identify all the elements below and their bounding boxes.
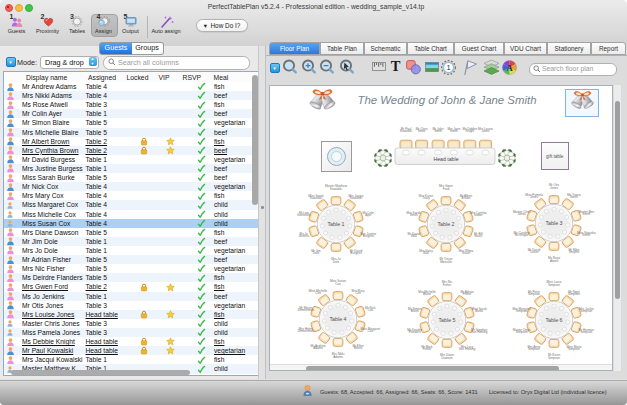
svg-text:Van Helsing: Van Helsing	[459, 347, 476, 351]
svg-text:Ford: Ford	[442, 186, 449, 190]
svg-text:Cox: Cox	[368, 329, 374, 333]
svg-text:Smith: Smith	[582, 233, 590, 237]
svg-text:Simpson: Simpson	[567, 292, 579, 296]
svg-text:Wall: Wall	[410, 234, 416, 238]
svg-text:Tracy: Tracy	[422, 196, 430, 200]
svg-text:Zimmerman: Zimmerman	[297, 308, 314, 312]
svg-text:Simpson: Simpson	[527, 292, 539, 296]
svg-text:Simpson: Simpson	[547, 282, 559, 286]
svg-text:Table 1: Table 1	[327, 221, 344, 227]
svg-text:Simpson: Simpson	[580, 309, 592, 313]
svg-text:Stuart: Stuart	[461, 251, 469, 255]
svg-text:Cox: Cox	[315, 291, 321, 295]
svg-text:Kowalski: Kowalski	[310, 196, 323, 200]
svg-text:Adams: Adams	[313, 346, 323, 350]
svg-text:Fisher: Fisher	[443, 282, 452, 286]
svg-text:Smith: Smith	[450, 129, 458, 133]
svg-text:Dawson: Dawson	[441, 356, 452, 360]
svg-text:Head table: Head table	[433, 156, 458, 162]
svg-text:Table 4: Table 4	[329, 316, 346, 322]
svg-text:Fisher: Fisher	[463, 292, 472, 296]
svg-text:Zimmerman: Zimmerman	[297, 329, 314, 333]
svg-text:Smith: Smith	[434, 129, 442, 133]
svg-text:Van Helsing: Van Helsing	[471, 330, 488, 334]
svg-text:Table 6: Table 6	[545, 317, 562, 323]
svg-text:Wall: Wall	[423, 251, 429, 255]
svg-text:Burke: Burke	[475, 309, 483, 313]
svg-text:Smith: Smith	[570, 195, 578, 199]
svg-text:Stoker: Stoker	[473, 213, 482, 217]
svg-text:Jones: Jones	[530, 195, 539, 199]
svg-text:Smith: Smith	[409, 213, 417, 217]
svg-text:Fisher: Fisher	[423, 347, 432, 351]
svg-text:Table 2: Table 2	[437, 221, 454, 227]
svg-text:Cox: Cox	[355, 291, 361, 295]
svg-text:Cox: Cox	[335, 282, 341, 286]
svg-text:Simpson: Simpson	[515, 330, 527, 334]
svg-text:Simpson: Simpson	[527, 347, 539, 351]
svg-text:Smith: Smith	[582, 212, 590, 216]
svg-text:Adams: Adams	[333, 355, 343, 359]
svg-text:Dole: Dole	[313, 251, 320, 255]
svg-text:Ayer: Ayer	[365, 213, 371, 217]
svg-text:Smythe: Smythe	[569, 250, 580, 254]
svg-text:Jones: Jones	[481, 129, 490, 133]
svg-text:Simpson: Simpson	[547, 356, 559, 360]
svg-text:Simpson: Simpson	[567, 347, 579, 351]
svg-text:Table 3: Table 3	[545, 220, 562, 226]
svg-text:Brown: Brown	[461, 196, 470, 200]
svg-text:Blaire: Blaire	[411, 309, 419, 313]
svg-text:Morris: Morris	[354, 346, 363, 350]
svg-text:McGregor: McGregor	[515, 233, 529, 237]
svg-text:Tucker: Tucker	[529, 250, 538, 254]
svg-text:Burgess: Burgess	[350, 251, 362, 255]
svg-text:Simpson: Simpson	[580, 330, 592, 334]
svg-text:A: A	[506, 62, 513, 72]
svg-text:1: 1	[446, 63, 450, 72]
svg-text:Garfunkle: Garfunkle	[297, 213, 311, 217]
svg-text:Jenkins: Jenkins	[298, 234, 309, 238]
svg-text:Burgess: Burgess	[363, 234, 375, 238]
svg-text:Knight: Knight	[465, 129, 474, 133]
svg-text:Jones: Jones	[550, 185, 559, 189]
svg-text:Kowalski: Kowalski	[400, 129, 413, 133]
svg-text:Table 5: Table 5	[438, 317, 455, 323]
svg-text:Blaire: Blaire	[423, 292, 431, 296]
svg-text:Kowalski: Kowalski	[350, 196, 363, 200]
svg-text:Smith: Smith	[418, 129, 426, 133]
svg-text:Simpson: Simpson	[515, 309, 527, 313]
svg-text:Cox: Cox	[368, 308, 374, 312]
svg-text:Stuart: Stuart	[474, 234, 482, 238]
svg-text:Kowalski: Kowalski	[330, 186, 343, 190]
svg-text:Jones: Jones	[518, 212, 527, 216]
svg-text:Flanders: Flanders	[409, 330, 421, 334]
